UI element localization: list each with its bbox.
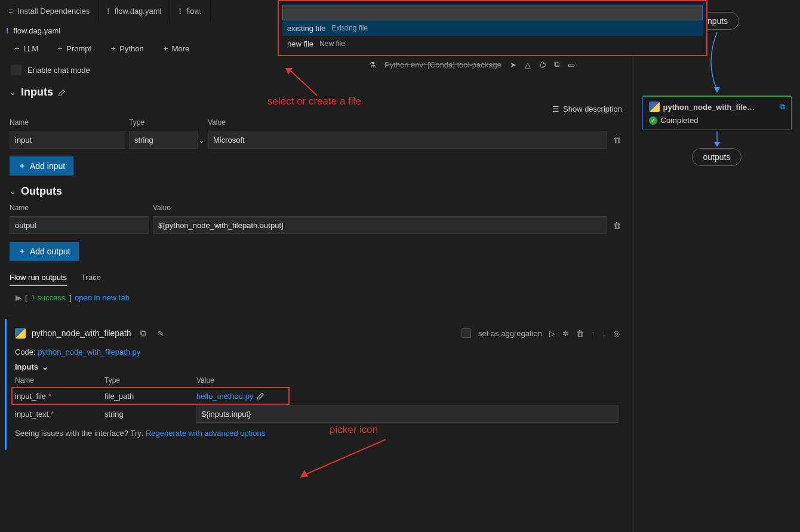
delete-icon[interactable]: 🗑	[610, 221, 623, 230]
env-toolbar: ⚗ Python env: [Conda] tool-package ➤ △ ⌬…	[369, 60, 575, 69]
add-llm-button[interactable]: ＋LLM	[10, 42, 42, 55]
node-card: python_node_with_filepath ⧉ ✎ set as agg…	[5, 319, 628, 450]
completed-label: Completed	[661, 116, 699, 125]
arrow-down-icon[interactable]: ↓	[602, 329, 607, 338]
output-value-field[interactable]	[153, 216, 607, 234]
param-row-input-file: input_file * file_path hello_method.py	[11, 387, 290, 405]
python-icon	[15, 328, 26, 339]
link-icon[interactable]: ⧉	[780, 102, 785, 112]
input-row: ⌄ 🗑	[0, 129, 633, 150]
graph-node-python[interactable]: python_node_with_file… ⧉ ✓ Completed	[642, 96, 792, 130]
tab-label: Install Dependencies	[18, 7, 90, 16]
edit-icon[interactable]	[58, 88, 66, 97]
copy-icon[interactable]: ⧉	[137, 327, 149, 339]
add-more-button[interactable]: ＋More	[158, 42, 193, 55]
chevron-down-icon[interactable]: ⌄	[198, 136, 205, 144]
tab-trace[interactable]: Trace	[81, 273, 101, 286]
required-star: *	[46, 392, 51, 401]
save-icon[interactable]: ▭	[568, 60, 575, 69]
target-icon[interactable]: ◎	[613, 329, 620, 338]
tab-label: flow.	[186, 7, 202, 16]
outputs-section-header[interactable]: ⌄ Outputs	[0, 182, 633, 201]
play-icon[interactable]: ▷	[549, 329, 555, 338]
graph-node-title: python_node_with_file…	[663, 103, 755, 112]
output-name-field[interactable]	[10, 216, 149, 234]
yaml-icon: !	[107, 7, 109, 16]
palette-option-new[interactable]: new file New file	[282, 36, 703, 51]
check-icon: ✓	[649, 116, 657, 125]
code-file-link[interactable]: python_node_with_filepath.py	[38, 348, 140, 356]
add-output-button[interactable]: ＋ Add output	[10, 242, 79, 261]
inputs-columns: Name Type Value	[0, 116, 633, 129]
tab-label: flow.dag.yaml	[115, 7, 162, 16]
aggregation-checkbox[interactable]	[461, 328, 471, 338]
triangle-right-icon[interactable]: ▶	[16, 293, 21, 302]
add-prompt-button[interactable]: ＋Prompt	[53, 42, 95, 55]
bug-icon[interactable]: ⌬	[539, 60, 546, 69]
picker-icon[interactable]	[257, 392, 265, 400]
list-icon: ≡	[8, 7, 13, 16]
code-label: Code:	[15, 348, 36, 356]
plus-icon: ＋	[56, 43, 64, 54]
outputs-columns: Name Value	[0, 201, 633, 214]
python-env-label: Python env: [Conda] tool-package	[384, 60, 501, 69]
issues-line: Seeing issues with the interface? Try: R…	[15, 423, 620, 444]
device-icon[interactable]: ⧉	[554, 60, 559, 69]
add-input-button[interactable]: ＋ Add input	[10, 156, 73, 176]
yaml-icon: !	[6, 26, 8, 35]
warning-icon[interactable]: △	[525, 60, 531, 69]
gear-run-icon[interactable]: ✲	[562, 329, 569, 338]
arrow-down-icon	[711, 130, 723, 148]
col-name: Name	[10, 204, 153, 212]
input-type-field[interactable]	[129, 131, 198, 149]
arrow-up-icon[interactable]: ↑	[591, 329, 595, 338]
success-count: 1 success	[31, 293, 66, 302]
delete-icon[interactable]: 🗑	[610, 136, 623, 144]
input-value-field[interactable]	[208, 131, 607, 149]
inputs-title: Inputs	[21, 86, 53, 99]
param-row-input-text: input_text * string	[15, 405, 620, 423]
graph-node-outputs[interactable]: outputs	[692, 148, 742, 166]
outputs-title: Outputs	[21, 185, 62, 198]
chevron-down-icon: ⌄	[10, 88, 16, 97]
regenerate-link[interactable]: Regenerate with advanced options	[146, 429, 265, 438]
enable-chat-label: Enable chat mode	[27, 66, 90, 75]
aggregation-label: set as aggregation	[478, 329, 542, 338]
node-inputs-header[interactable]: Inputs ⌄	[15, 360, 620, 374]
palette-input[interactable]	[282, 5, 703, 20]
input-name-field[interactable]	[10, 131, 125, 149]
tab-install-deps[interactable]: ≡ Install Dependencies	[0, 0, 99, 21]
filename-label: flow.dag.yaml	[13, 26, 60, 35]
run-result-line: ▶ [ 1 success ] open in new tab	[0, 286, 633, 309]
option-label: existing file	[287, 24, 325, 33]
node-title: python_node_with_filepath	[32, 328, 131, 338]
col-value: Value	[208, 118, 623, 127]
chevron-down-icon: ⌄	[10, 187, 16, 196]
send-icon[interactable]: ➤	[510, 60, 516, 69]
edit-icon[interactable]: ✎	[155, 327, 167, 339]
output-row: 🗑	[0, 214, 633, 236]
param-type: file_path	[104, 392, 196, 401]
python-icon	[649, 102, 660, 112]
col-value: Value	[153, 204, 623, 212]
enable-chat-checkbox[interactable]	[11, 64, 21, 75]
add-python-button[interactable]: ＋Python	[106, 42, 147, 55]
open-in-new-tab-link[interactable]: open in new tab	[75, 293, 130, 302]
inputs-section-header[interactable]: ⌄ Inputs	[0, 82, 633, 102]
param-value-link[interactable]: hello_method.py	[196, 392, 253, 401]
required-star: *	[48, 410, 54, 419]
plus-icon: ＋	[109, 43, 117, 54]
node-header: python_node_with_filepath ⧉ ✎ set as agg…	[15, 325, 620, 342]
show-description-toggle[interactable]: ☰ Show description	[0, 102, 633, 116]
trash-icon[interactable]: 🗑	[576, 329, 584, 338]
param-value-field[interactable]	[196, 405, 619, 423]
tab-flow-run-outputs[interactable]: Flow run outputs	[10, 273, 67, 286]
chevron-down-icon: ⌄	[42, 362, 48, 371]
tab-flow-active[interactable]: ! flow.	[170, 0, 210, 21]
run-subtabs: Flow run outputs Trace	[0, 267, 633, 286]
tab-flow-dag[interactable]: ! flow.dag.yaml	[99, 0, 170, 21]
file-picker-palette: existing file Existing file new file New…	[278, 0, 707, 56]
node-tools: set as aggregation ▷ ✲ 🗑 ↑ ↓ ◎	[461, 328, 620, 338]
palette-option-existing[interactable]: existing file Existing file	[282, 20, 703, 36]
plus-icon: ＋	[13, 43, 21, 54]
